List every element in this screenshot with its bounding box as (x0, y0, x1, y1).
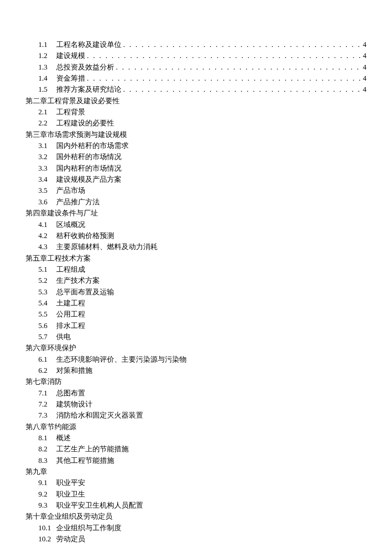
toc-entry: 5.7 供电 (38, 331, 366, 343)
toc-entry: 3.5 产品市场 (38, 185, 366, 196)
section-title: 供电 (56, 331, 71, 343)
section-number: 7.1 (38, 388, 56, 399)
section-number: 1.2 (38, 50, 56, 61)
toc-entry: 1.2 建设规模. . . . . . . . . . . . . . . . … (38, 50, 366, 61)
toc-entry: 1.3 总投资及效益分析. . . . . . . . . . . . . . … (38, 62, 366, 73)
section-number: 8.2 (38, 444, 56, 455)
toc-entry: 3.1 国内外秸秆的市场需求 (38, 140, 366, 151)
page-number: 4 (363, 39, 367, 50)
toc-entry: 4.2 秸秆收购价格预测 (38, 230, 366, 241)
section-title: 职业平安卫生机构人员配置 (56, 500, 143, 511)
toc-entry: 5.4 土建工程 (38, 298, 366, 309)
section-title: 建筑物设计 (56, 399, 92, 410)
section-title: 区域概况 (56, 219, 85, 230)
page-number: 4 (363, 84, 367, 95)
section-number: 6.1 (38, 354, 56, 365)
section-title: 总图布置 (56, 388, 85, 399)
section-title: 生产技术方案 (56, 275, 100, 286)
section-number: 3.4 (38, 174, 56, 185)
section-number: 3.2 (38, 151, 56, 163)
section-number: 8.1 (38, 433, 56, 444)
section-number: 9.2 (38, 489, 56, 500)
section-title: 企业组织与工作制度 (56, 523, 121, 534)
toc-entry: 5.6 排水工程 (38, 320, 366, 331)
chapter-heading: 第四章建设条件与厂址 (26, 208, 366, 219)
section-title: 推荐方案及研究结论 (56, 84, 121, 95)
chapter-heading: 第三章市场需求预测与建设规模 (26, 129, 366, 140)
section-number: 8.3 (38, 455, 56, 466)
page-number: 4 (363, 73, 367, 84)
toc-entry: 2.1 工程背景 (38, 107, 366, 118)
toc-entry: 10.2 劳动定员 (38, 534, 366, 545)
section-title: 劳动定员 (56, 534, 85, 545)
section-number: 5.5 (38, 309, 56, 320)
section-number: 2.1 (38, 107, 56, 118)
dot-leader: . . . . . . . . . . . . . . . . . . . . … (121, 39, 363, 50)
page-number: 4 (363, 50, 367, 61)
toc-entry: 9.1 职业平安 (38, 477, 366, 488)
toc-entry: 7.2 建筑物设计 (38, 399, 366, 410)
chapter-heading: 第七章消防 (26, 376, 366, 387)
toc-entry: 5.1 工程组成 (38, 264, 366, 275)
toc-entry: 6.2 对策和措施 (38, 365, 366, 376)
section-number: 3.3 (38, 163, 56, 174)
section-title: 资金筹措 (56, 73, 85, 84)
section-number: 5.1 (38, 264, 56, 275)
section-title: 工程建设的必要性 (56, 118, 114, 129)
table-of-contents: 1.1 工程名称及建设单位. . . . . . . . . . . . . .… (26, 39, 366, 545)
section-title: 职业平安 (56, 477, 85, 488)
section-number: 1.1 (38, 39, 56, 50)
section-number: 5.3 (38, 287, 56, 298)
toc-entry: 2.2 工程建设的必要性 (38, 118, 366, 129)
section-number: 6.2 (38, 365, 56, 376)
toc-entry: 4.1 区域概况 (38, 219, 366, 230)
section-number: 2.2 (38, 118, 56, 129)
section-title: 工程组成 (56, 264, 85, 275)
section-number: 3.6 (38, 197, 56, 208)
section-title: 产品市场 (56, 185, 85, 196)
dot-leader: . . . . . . . . . . . . . . . . . . . . … (121, 84, 363, 95)
chapter-heading: 第六章环境保护 (26, 343, 366, 354)
page-number: 4 (363, 62, 367, 73)
section-title: 产品推广方法 (56, 197, 100, 208)
dot-leader: . . . . . . . . . . . . . . . . . . . . … (85, 73, 363, 84)
section-number: 9.3 (38, 500, 56, 511)
toc-entry: 8.2 工艺生产上的节能措施 (38, 444, 366, 455)
section-title: 工程背景 (56, 107, 85, 118)
section-number: 5.2 (38, 275, 56, 286)
toc-entry: 1.5 推荐方案及研究结论. . . . . . . . . . . . . .… (38, 84, 366, 95)
toc-entry: 10.1 企业组织与工作制度 (38, 523, 366, 534)
section-title: 建设规模及产品方案 (56, 174, 121, 185)
section-number: 10.1 (38, 523, 56, 534)
section-title: 生态环境影响评价、主要污染源与污染物 (56, 354, 187, 365)
section-title: 消防给水和固定灭火器装置 (56, 410, 143, 421)
section-number: 9.1 (38, 477, 56, 488)
toc-entry: 5.5 公用工程 (38, 309, 366, 320)
section-title: 国外秸秆的市场情况 (56, 151, 121, 163)
toc-entry: 5.2 生产技术方案 (38, 275, 366, 286)
toc-entry: 3.3 国内秸秆的市场情况 (38, 163, 366, 174)
toc-entry: 3.6 产品推广方法 (38, 197, 366, 208)
toc-entry: 3.4 建设规模及产品方案 (38, 174, 366, 185)
section-title: 土建工程 (56, 298, 85, 309)
dot-leader: . . . . . . . . . . . . . . . . . . . . … (114, 62, 363, 73)
toc-entry: 8.1 概述 (38, 433, 366, 444)
toc-entry: 9.2 职业卫生 (38, 489, 366, 500)
section-number: 10.2 (38, 534, 56, 545)
section-number: 7.2 (38, 399, 56, 410)
section-title: 总平面布置及运输 (56, 287, 114, 298)
toc-entry: 8.3 其他工程节能措施 (38, 455, 366, 466)
toc-entry: 7.3 消防给水和固定灭火器装置 (38, 410, 366, 421)
section-number: 5.7 (38, 331, 56, 343)
section-title: 工程名称及建设单位 (56, 39, 121, 50)
section-title: 国内秸秆的市场情况 (56, 163, 121, 174)
section-title: 工艺生产上的节能措施 (56, 444, 129, 455)
section-title: 主要原辅材料、燃料及动力消耗 (56, 241, 158, 253)
section-number: 5.4 (38, 298, 56, 309)
toc-entry: 1.4 资金筹措. . . . . . . . . . . . . . . . … (38, 73, 366, 84)
toc-entry: 7.1 总图布置 (38, 388, 366, 399)
section-title: 排水工程 (56, 320, 85, 331)
section-title: 建设规模 (56, 50, 85, 61)
chapter-heading: 第十章企业组织及劳动定员 (26, 511, 366, 522)
chapter-heading: 第五章工程技术方案 (26, 253, 366, 264)
